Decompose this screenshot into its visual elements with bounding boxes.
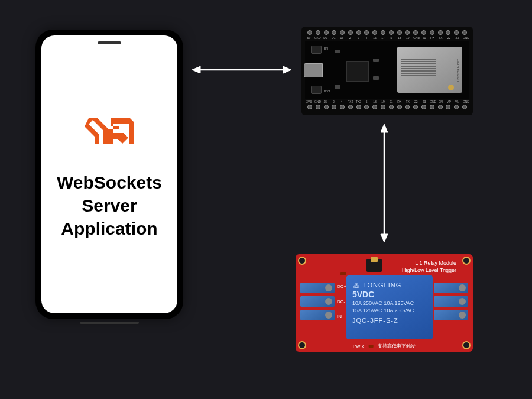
boot-button (311, 86, 322, 94)
relay-spec-1: 10A 250VAC 10A 125VAC (352, 300, 427, 306)
esp-pin-labels-bottom: 3V3GND1524RX2TX25181921RXTX2223GNDENVPVN… (305, 100, 469, 103)
mounting-hole (462, 341, 471, 349)
relay-spec-2: 15A 125VAC 10A 250VAC (352, 307, 427, 313)
esp-pin-row-top (305, 30, 469, 35)
relay-model: JQC-3FF-S-Z (352, 317, 427, 324)
antenna-connector (448, 85, 454, 90)
en-label: EN (324, 47, 328, 50)
phone-device: WebSockets Server Application (35, 30, 183, 319)
input-terminals (300, 279, 335, 324)
en-button (311, 46, 322, 54)
mounting-hole (298, 341, 306, 349)
output-terminals (434, 279, 468, 324)
relay-header-text: L 1 Relay Module High/Low Level Trigger (402, 260, 456, 274)
mounting-hole (298, 257, 306, 265)
usb-chip (346, 61, 369, 82)
esp-pin-row-bottom (305, 105, 469, 109)
usb-port-icon (304, 63, 323, 77)
phone-screen: WebSockets Server Application (41, 35, 177, 313)
relay-brand: TONGLING (352, 281, 427, 288)
boot-label: Boot (324, 89, 330, 93)
status-led (340, 272, 346, 275)
arrow-phone-esp (192, 64, 291, 76)
arrow-esp-relay (378, 124, 390, 242)
esp-pin-labels-top: 5VCKDD0D115204161751819GND21RXTX2223GND (305, 36, 469, 40)
relay-body: TONGLING 5VDC 10A 250VAC 10A 125VAC 15A … (346, 275, 433, 339)
phone-speaker (98, 41, 121, 44)
svg-marker-5 (381, 234, 388, 242)
phone-home-indicator (80, 322, 139, 324)
relay-module: L 1 Relay Module High/Low Level Trigger … (296, 254, 473, 352)
app-title: WebSockets Server Application (57, 171, 162, 240)
svg-marker-2 (283, 66, 291, 73)
websockets-icon (80, 109, 139, 159)
input-terminal-labels: DC+ DC- IN (337, 279, 346, 324)
power-led (368, 345, 373, 348)
mounting-hole (462, 257, 471, 265)
jumper-block (366, 259, 382, 272)
relay-voltage: 5VDC (352, 290, 427, 299)
esp-body: EN Boot ESPRESSIF (305, 41, 469, 99)
svg-marker-1 (192, 66, 200, 73)
esp32-board: 5VCKDD0D115204161751819GND21RXTX2223GND … (301, 27, 473, 115)
svg-marker-4 (381, 124, 388, 132)
relay-footer: PWR 支持高低电平触发 (353, 343, 416, 349)
module-brand: ESPRESSIF (456, 59, 460, 84)
esp-wifi-module: ESPRESSIF (397, 47, 462, 93)
